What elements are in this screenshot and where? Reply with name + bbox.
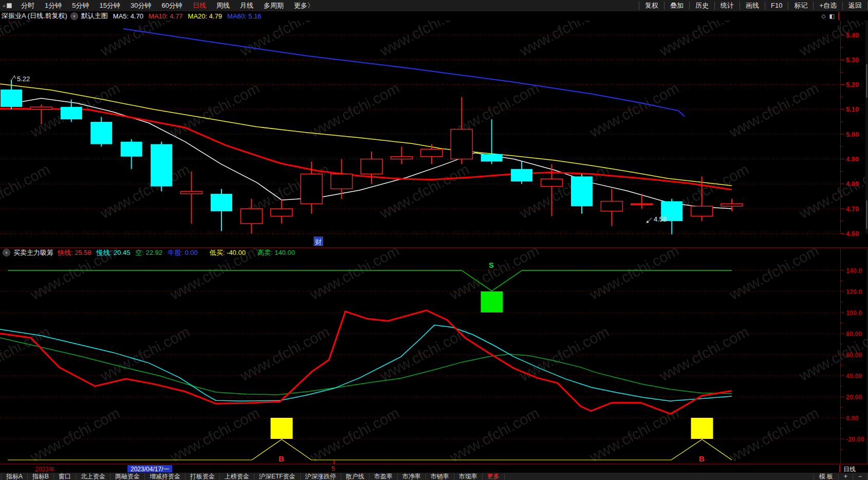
candle-up [421, 149, 442, 156]
indicator-shortcut[interactable]: 两融资金 [110, 473, 145, 480]
watermark: www.cfchi.com [0, 161, 52, 222]
period-tabs: 分时1分钟5分钟15分钟30分钟60分钟日线周线月线多周期更多〉 [16, 1, 319, 10]
toolbar-button[interactable]: F10 [765, 2, 788, 10]
indicator-shortcut[interactable]: 指标A [1, 473, 28, 480]
toolbar-button[interactable]: 叠加 [664, 2, 689, 10]
ma-values: MA5: 4.70MA10: 4.77MA20: 4.79MA60: 5.16 [108, 12, 262, 20]
watermark: www.cfchi.com [726, 80, 821, 141]
price-annotation: 4.58 [654, 215, 667, 223]
period-tab[interactable]: 30分钟 [125, 1, 156, 10]
indicator-shortcut[interactable]: 打板资金 [186, 473, 220, 480]
candle-up [601, 201, 622, 211]
watermark: www.cfchi.com [516, 21, 612, 60]
watermark: www.cfchi.com [0, 323, 52, 384]
chart-canvas[interactable]: www.cfchi.comwww.cfchi.comwww.cfchi.comw… [0, 21, 868, 465]
signal-label-B: B [699, 454, 705, 463]
indicator-line-快线 [0, 310, 732, 414]
period-tab[interactable]: 15分钟 [94, 1, 125, 10]
price-annotation: 5.22 [17, 75, 30, 83]
toolbar-right-buttons: 复权叠加历史统计画线F10标记+自选返回 [639, 0, 868, 11]
period-tab[interactable]: 更多〉 [289, 1, 319, 10]
period-tab[interactable]: 月线 [235, 1, 258, 10]
watermark: www.cfchi.com [97, 323, 192, 384]
y-axis-label: 20.00 [846, 394, 862, 401]
y-axis-label: 60.00 [846, 352, 862, 359]
ma-readout: MA5: 4.70 [113, 12, 143, 20]
y-axis-label: 4.70 [846, 205, 859, 213]
period-tab[interactable]: 分时 [16, 1, 40, 10]
toolbar-button[interactable]: +自选 [813, 2, 842, 10]
period-divider [839, 465, 840, 472]
indicator-shortcut[interactable]: 上榜资金 [220, 473, 254, 480]
period-tab[interactable]: 60分钟 [156, 1, 187, 10]
watermark: www.cfchi.com [866, 242, 868, 303]
indicator-shortcut[interactable]: 沪深ETF资金 [254, 473, 301, 480]
chevron-down-icon[interactable]: ∨ [70, 12, 78, 20]
watermark: www.cfchi.com [726, 404, 821, 465]
template-button[interactable]: 模 板 [814, 473, 838, 480]
date-axis-row: 2023年 2023/04/17/一 5 日线 [0, 465, 868, 472]
more-button[interactable]: 更多 [483, 473, 505, 480]
template-button[interactable]: + [838, 473, 853, 480]
indicator-readout: 空: 22.92 [136, 248, 163, 257]
candle-up [181, 191, 202, 194]
template-button[interactable]: − [853, 473, 867, 480]
toolbar-button[interactable]: 画线 [740, 2, 765, 10]
watermark: www.cfchi.com [97, 21, 192, 60]
app-window-icon[interactable]: « [3, 3, 12, 9]
y-axis-label: 40.00 [846, 373, 862, 380]
chart-area[interactable]: www.cfchi.comwww.cfchi.comwww.cfchi.comw… [0, 21, 868, 465]
indicator-shortcut[interactable]: 市现率 [454, 473, 483, 480]
y-axis-label: 120.0 [846, 288, 862, 296]
indicator-shortcut[interactable]: 市净率 [398, 473, 426, 480]
watermark: www.cfchi.com [726, 242, 821, 303]
bottom-toolbar-items: 指标A指标B窗口北上资金两融资金增减持资金打板资金上榜资金沪深ETF资金沪深涨跌… [0, 473, 483, 480]
indicator-shortcut[interactable]: 沪深涨跌停 [301, 473, 341, 480]
watermark: www.cfchi.com [586, 242, 681, 303]
period-tab[interactable]: 5分钟 [67, 1, 94, 10]
y-axis-label: 5.20 [846, 81, 859, 88]
toolbar-button[interactable]: 标记 [788, 2, 813, 10]
indicator-shortcut[interactable]: 窗口 [54, 473, 76, 480]
candle-up [541, 179, 563, 186]
y-axis-label: 100.0 [846, 309, 862, 317]
watermark: www.cfchi.com [377, 323, 472, 384]
candle-down [571, 176, 593, 206]
toolbar-button[interactable]: 历史 [689, 2, 714, 10]
period-tab[interactable]: 多周期 [258, 1, 289, 10]
toolbar-button[interactable]: 返回 [842, 2, 868, 10]
indicator-header: ∨ 买卖主力吸筹 快线: 25.58慢线: 20.45空: 22.92牛股: 0… [0, 248, 300, 257]
y-axis-label: 5.40 [846, 31, 859, 39]
watermark: www.cfchi.com [656, 323, 751, 384]
diamond-icon[interactable]: ◇ [821, 13, 825, 20]
watermark: www.cfchi.com [447, 404, 542, 465]
indicator-shortcut[interactable]: 市盈率 [370, 473, 398, 480]
period-tab[interactable]: 周线 [211, 1, 235, 10]
signal-label-B: B [279, 454, 284, 463]
toolbar-button[interactable]: 复权 [639, 2, 664, 10]
y-axis-label: -20.00 [846, 436, 864, 443]
period-tab[interactable]: 1分钟 [40, 1, 67, 10]
watermark: www.cfchi.com [237, 21, 332, 60]
chevron-down-icon[interactable]: ∨ [3, 249, 10, 256]
candle-up [721, 204, 743, 206]
indicator-shortcut[interactable]: 增减持资金 [145, 473, 186, 480]
watermark: www.cfchi.com [27, 404, 122, 465]
indicator-shortcut[interactable]: 北上资金 [76, 473, 110, 480]
red-divider [838, 12, 839, 20]
y-axis-label: 4.90 [846, 155, 859, 163]
indicator-shortcut[interactable]: 市销率 [426, 473, 454, 480]
watermark: www.cfchi.com [307, 242, 402, 303]
candle-up [391, 157, 412, 159]
bottom-toolbar: 指标A指标B窗口北上资金两融资金增减持资金打板资金上榜资金沪深ETF资金沪深涨跌… [0, 472, 868, 480]
candle-down [481, 154, 503, 161]
bottom-toolbar-right: 模 板+− [814, 473, 868, 480]
ma-readout: MA10: 4.77 [149, 12, 183, 20]
indicator-shortcut[interactable]: 散户线 [341, 473, 370, 480]
watermark: www.cfchi.com [796, 21, 868, 60]
candle-down [151, 144, 172, 187]
period-tab[interactable]: 日线 [188, 1, 211, 10]
indicator-shortcut[interactable]: 指标B [28, 473, 54, 480]
toolbar-button[interactable]: 统计 [714, 2, 740, 10]
panel-icon[interactable]: ◧ [829, 13, 835, 20]
